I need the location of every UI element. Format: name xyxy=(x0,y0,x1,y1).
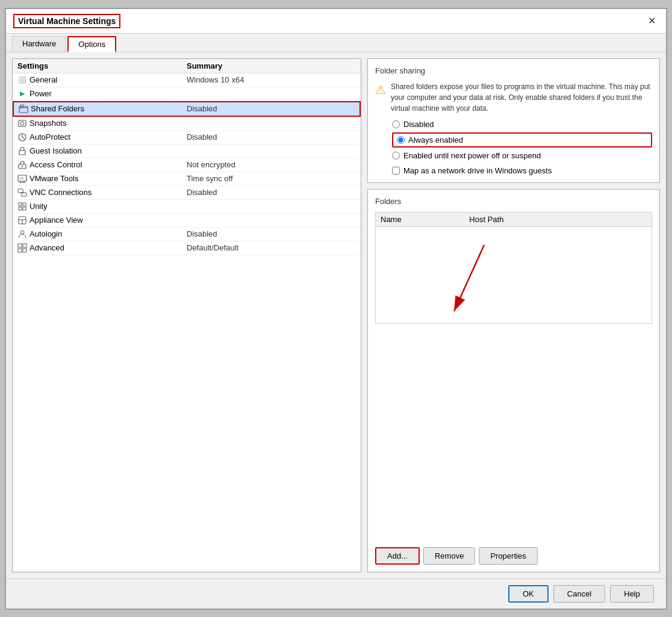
window-title: Virtual Machine Settings xyxy=(13,14,120,28)
svg-point-7 xyxy=(22,166,23,167)
settings-summary-advanced: Default/Default xyxy=(187,243,356,252)
folders-table-header: Name Host Path xyxy=(376,212,652,227)
settings-row-shared-folders[interactable]: Shared Folders Disabled xyxy=(13,101,361,117)
settings-row-guest-isolation[interactable]: Guest Isolation xyxy=(13,144,361,158)
cancel-button[interactable]: Cancel xyxy=(553,585,605,603)
tab-options[interactable]: Options xyxy=(67,36,116,52)
svg-text:vm: vm xyxy=(20,176,24,180)
access-control-icon xyxy=(17,160,27,170)
warning-text: Shared folders expose your files to prog… xyxy=(391,81,652,114)
folders-table: Name Host Path xyxy=(375,212,652,324)
settings-name-vmware-tools: VMware Tools xyxy=(30,174,78,183)
radio-input-always[interactable] xyxy=(397,136,405,144)
settings-row-vnc-connections[interactable]: VNC Connections Disabled xyxy=(13,186,361,200)
folders-section: Folders Name Host Path xyxy=(367,189,660,572)
radio-input-disabled[interactable] xyxy=(392,120,400,128)
snapshots-icon xyxy=(17,119,27,128)
settings-row-snapshots[interactable]: Snapshots xyxy=(13,117,361,131)
settings-name-guest-isolation: Guest Isolation xyxy=(30,146,82,155)
svg-rect-22 xyxy=(23,244,26,247)
header-summary: Summary xyxy=(187,61,356,70)
settings-row-access-control[interactable]: Access Control Not encrypted xyxy=(13,158,361,172)
vnc-connections-icon xyxy=(17,188,27,197)
close-button[interactable]: ✕ xyxy=(644,14,659,28)
arrow-annotation xyxy=(376,227,652,323)
folders-section-title: Folders xyxy=(375,197,652,206)
settings-name-access-control: Access Control xyxy=(30,160,82,169)
svg-point-20 xyxy=(20,231,24,234)
virtual-machine-settings-dialog: Virtual Machine Settings ✕ Hardware Opti… xyxy=(5,8,667,610)
svg-rect-10 xyxy=(18,189,23,193)
folders-table-wrapper: Name Host Path xyxy=(375,212,652,541)
settings-summary-vnc-connections: Disabled xyxy=(187,188,356,197)
bottom-bar: OK Cancel Help xyxy=(6,578,666,609)
folder-sharing-title: Folder sharing xyxy=(375,66,652,75)
settings-row-vmware-tools[interactable]: vm VMware Tools Time sync off xyxy=(13,172,361,186)
shared-folders-icon xyxy=(19,104,28,114)
settings-row-advanced[interactable]: Advanced Default/Default xyxy=(13,241,361,255)
advanced-icon xyxy=(17,243,27,253)
settings-row-autologin[interactable]: Autologin Disabled xyxy=(13,228,361,241)
warning-icon: ⚠ xyxy=(375,82,386,114)
settings-name-autologin: Autologin xyxy=(30,229,62,238)
settings-row-unity[interactable]: Unity xyxy=(13,200,361,214)
map-network-drive-checkbox[interactable] xyxy=(392,167,400,175)
autologin-icon xyxy=(17,229,27,239)
settings-summary-autologin: Disabled xyxy=(187,229,356,238)
radio-group-sharing: Disabled Always enabled Enabled until ne… xyxy=(392,120,652,160)
radio-enabled-until[interactable]: Enabled until next power off or suspend xyxy=(392,151,652,160)
settings-summary-access-control: Not encrypted xyxy=(187,160,356,169)
tabs-bar: Hardware Options xyxy=(6,34,666,52)
map-network-drive-label: Map as a network drive in Windows guests xyxy=(403,166,552,175)
add-button[interactable]: Add... xyxy=(375,547,420,565)
radio-disabled[interactable]: Disabled xyxy=(392,120,652,129)
settings-name-autoprotect: AutoProtect xyxy=(30,132,70,141)
svg-rect-5 xyxy=(19,150,25,155)
settings-name-shared-folders: Shared Folders xyxy=(31,104,84,113)
header-settings: Settings xyxy=(17,61,187,70)
settings-row-appliance-view[interactable]: Appliance View xyxy=(13,214,361,228)
folders-table-body xyxy=(376,227,652,323)
unity-icon xyxy=(17,202,27,211)
settings-row-power[interactable]: Power xyxy=(13,87,361,101)
settings-row-autoprotect[interactable]: AutoProtect Disabled xyxy=(13,131,361,144)
settings-summary-shared-folders: Disabled xyxy=(187,104,355,113)
remove-button[interactable]: Remove xyxy=(423,547,475,565)
ok-button[interactable]: OK xyxy=(508,585,549,603)
help-button[interactable]: Help xyxy=(610,585,654,603)
autoprotect-icon xyxy=(17,132,27,142)
svg-rect-13 xyxy=(19,203,22,206)
properties-button[interactable]: Properties xyxy=(479,547,537,565)
appliance-view-icon xyxy=(17,215,27,225)
content-area: Settings Summary General Windows 10 x64 … xyxy=(6,52,666,578)
guest-isolation-icon xyxy=(17,146,27,156)
svg-point-3 xyxy=(20,122,24,125)
svg-rect-11 xyxy=(22,193,26,196)
folders-buttons: Add... Remove Properties xyxy=(375,547,652,565)
svg-rect-21 xyxy=(18,244,22,247)
settings-name-general: General xyxy=(30,75,57,84)
col-header-host-path: Host Path xyxy=(469,215,647,224)
svg-rect-16 xyxy=(23,207,26,210)
settings-summary-autoprotect: Disabled xyxy=(187,132,356,141)
svg-rect-14 xyxy=(23,203,26,206)
settings-list-panel: Settings Summary General Windows 10 x64 … xyxy=(12,58,361,572)
settings-name-advanced: Advanced xyxy=(30,243,64,252)
settings-summary-vmware-tools: Time sync off xyxy=(187,174,356,183)
radio-label-until: Enabled until next power off or suspend xyxy=(403,151,541,160)
settings-row-general[interactable]: General Windows 10 x64 xyxy=(13,73,361,87)
settings-table-header: Settings Summary xyxy=(13,59,361,73)
svg-line-26 xyxy=(454,245,484,311)
svg-rect-15 xyxy=(19,207,22,210)
col-header-name: Name xyxy=(381,215,469,224)
radio-always-enabled[interactable]: Always enabled xyxy=(392,132,652,147)
settings-table: Settings Summary General Windows 10 x64 … xyxy=(13,59,361,255)
radio-input-until[interactable] xyxy=(392,152,400,160)
right-panel: Folder sharing ⚠ Shared folders expose y… xyxy=(367,58,660,572)
svg-rect-24 xyxy=(23,249,26,252)
settings-name-vnc-connections: VNC Connections xyxy=(30,188,92,197)
tab-hardware[interactable]: Hardware xyxy=(12,36,66,52)
settings-name-appliance-view: Appliance View xyxy=(30,215,83,225)
settings-name-unity: Unity xyxy=(30,202,48,211)
radio-label-always: Always enabled xyxy=(408,135,463,144)
